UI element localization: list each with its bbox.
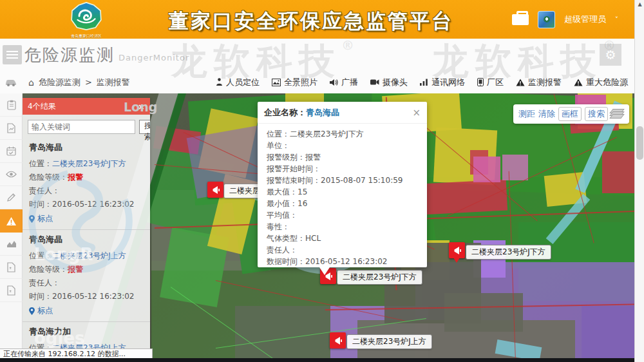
nav-item-broadcast[interactable]: 广播: [330, 77, 358, 88]
sidebar-item-edit[interactable]: [0, 186, 23, 209]
scroll-up-icon[interactable]: ▲: [635, 0, 644, 9]
popup-row: 数据时间：2016-05-12 16:23:02: [267, 256, 421, 267]
enterprise-name: 青岛海力加: [29, 326, 144, 338]
mark-point-link[interactable]: 标点: [29, 213, 144, 224]
clear-button[interactable]: 清除: [538, 108, 555, 120]
page-scrollbar[interactable]: ▲: [634, 0, 644, 362]
nav-item-panorama[interactable]: 全景照片: [272, 77, 317, 88]
popup-row: 毒性：: [267, 221, 421, 233]
results-panel-header: 4个结果 ×: [23, 98, 150, 115]
popup-row: 平均值：: [267, 209, 421, 221]
file-icon: [7, 285, 15, 296]
map-toolbar: 测距 清除 画框 搜索: [513, 104, 629, 124]
popup-row: 报警结束时间：2015-08-07 15:10:59: [267, 175, 421, 186]
menu-toggle-icon[interactable]: [3, 45, 22, 64]
person-icon: [216, 78, 223, 86]
warning-icon: [574, 79, 583, 86]
sidebar-item-calendar[interactable]: [0, 140, 23, 163]
logo-cloud-icon: [70, 2, 103, 30]
calendar-icon: [6, 146, 16, 156]
speaker-icon: [330, 79, 338, 86]
clipboard-icon: [7, 100, 16, 110]
sidebar-item-watch[interactable]: [0, 163, 23, 186]
sidebar-item-report[interactable]: [0, 117, 23, 140]
nav-item-major-hazard[interactable]: 重大危险源: [574, 77, 628, 88]
user-name[interactable]: 超级管理员: [564, 14, 606, 25]
scrollbar-thumb[interactable]: [636, 126, 643, 160]
app-logo: 青岛董家口经济区: [62, 2, 111, 39]
breadcrumb-nav-row: ⌂ 危险源监测 > 监测报警 人员定位 全景照片 广播 摄像头 通讯网络: [0, 71, 634, 93]
alarm-badge: 报警: [68, 265, 83, 274]
results-count: 4个结果: [28, 101, 56, 112]
popup-close-icon[interactable]: ×: [412, 107, 421, 119]
popup-title-value: 青岛海晶: [306, 107, 339, 119]
popup-header: 企业名称： 青岛海晶 ×: [258, 102, 427, 124]
alarm-speaker-icon: [333, 336, 343, 346]
page-subtitle: DangerMonitor: [118, 53, 189, 62]
result-item[interactable]: 青岛海晶 位置：二楼夹层23号炉J下方 危险等级：报警 责任人： 时间：2016…: [23, 138, 150, 229]
panel-close-icon[interactable]: ×: [138, 102, 145, 111]
vehicle-icon: [5, 79, 17, 86]
left-sidebar: [0, 93, 23, 358]
breadcrumb-root[interactable]: 危险源监测: [39, 77, 80, 88]
map-pin-icon: [29, 215, 35, 223]
chevron-down-icon[interactable]: ˅: [615, 16, 618, 23]
sidebar-item-chart[interactable]: [0, 233, 23, 256]
measure-button[interactable]: 测距: [518, 108, 535, 120]
briefcase-icon[interactable]: [512, 14, 529, 25]
search-button[interactable]: 搜索: [139, 120, 150, 134]
nav-item-personnel[interactable]: 人员定位: [216, 77, 260, 88]
warning-icon: [6, 216, 17, 226]
popup-row: 责任人：: [267, 244, 421, 256]
warning-icon: [516, 79, 525, 86]
enterprise-name: 青岛海晶: [29, 234, 144, 245]
keyword-input[interactable]: [28, 120, 135, 134]
popup-row: 最大值：15: [267, 186, 421, 198]
popup-row: 报警开始时间：: [267, 163, 421, 175]
nav-item-network[interactable]: 通讯网络: [420, 77, 465, 88]
enterprise-name: 青岛海晶: [29, 142, 144, 153]
marker-label-2: 二楼夹层23号炉J下方: [337, 270, 422, 285]
area-chart-icon: [6, 240, 17, 248]
alarm-speaker-icon: [211, 185, 221, 195]
alarm-marker-1[interactable]: [207, 182, 223, 198]
map-region: [502, 155, 528, 180]
sidebar-item-doc-2[interactable]: [0, 279, 23, 302]
popup-row: 气体类型：HCL: [267, 233, 421, 244]
avatar[interactable]: [538, 11, 555, 28]
file-icon: [7, 262, 15, 272]
nav-item-factory[interactable]: 厂区: [477, 77, 504, 88]
results-panel: 4个结果 × 搜索 青岛海晶 位置：二楼夹层23号炉J下方 危险等级：报警 责任…: [23, 98, 150, 358]
draw-box-button[interactable]: 画框: [558, 107, 582, 121]
eye-icon: [6, 171, 17, 178]
window-bottom-edge: [0, 358, 644, 362]
page: 龙软科技® 龙软科技® Long LongR ogies 青岛董家口经济区 董家…: [0, 0, 644, 362]
marker-label-3: 二楼夹层23号炉J下方: [466, 245, 551, 260]
photo-icon: [272, 79, 281, 86]
popup-body: 位置：二楼夹层23号炉J下方 单位： 报警级别：报警 报警开始时间： 报警结束时…: [258, 124, 427, 267]
gear-icon[interactable]: ⚙: [600, 44, 621, 66]
marker-label-4: 二楼夹层23号炉J上方: [346, 334, 432, 349]
breadcrumb-current: 监测报警: [97, 77, 130, 88]
alarm-marker-3[interactable]: [449, 242, 465, 258]
mark-point-link[interactable]: 标点: [29, 305, 144, 316]
file-chart-icon: [7, 123, 15, 133]
map-search-button[interactable]: 搜索: [585, 107, 608, 121]
home-icon[interactable]: ⌂: [28, 77, 34, 88]
enterprise-popup: 企业名称： 青岛海晶 × 位置：二楼夹层23号炉J下方 单位： 报警级别：报警 …: [258, 102, 427, 267]
layers-icon[interactable]: [611, 109, 624, 119]
tablet-icon: [477, 78, 484, 86]
nav-item-monitor-alarm[interactable]: 监测报警: [516, 77, 562, 88]
search-row: 搜索: [23, 115, 150, 138]
alarm-marker-4[interactable]: [330, 332, 346, 348]
popup-row: 位置：二楼夹层23号炉J下方: [267, 128, 421, 140]
sidebar-item-clipboard[interactable]: [0, 93, 23, 117]
alarm-speaker-icon: [452, 245, 462, 256]
map-pin-icon: [29, 307, 35, 315]
sidebar-item-doc-1[interactable]: [0, 256, 23, 279]
map-region: [602, 151, 634, 193]
sidebar-item-alarm-active[interactable]: [0, 209, 23, 233]
camera-icon: [370, 79, 379, 86]
result-item[interactable]: 青岛海晶 位置：二楼夹层23号炉J上方 危险等级：报警 责任人： 时间：2016…: [23, 229, 150, 321]
nav-item-camera[interactable]: 摄像头: [370, 77, 408, 88]
